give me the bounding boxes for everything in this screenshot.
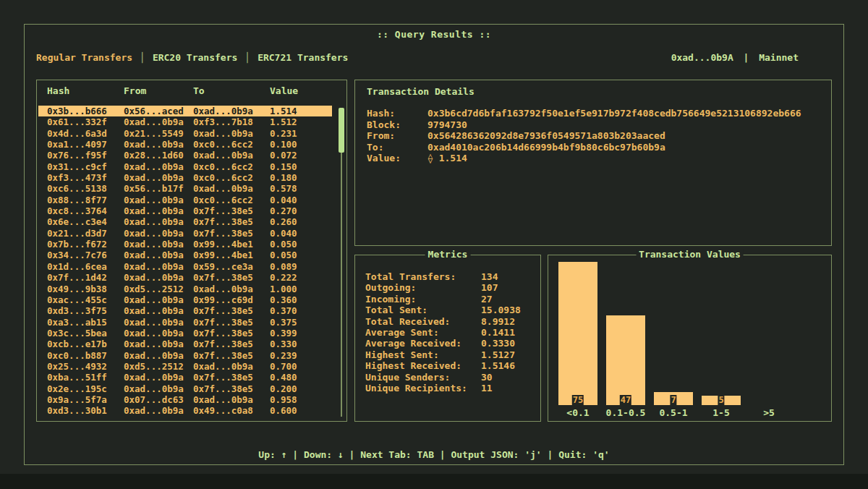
cell-from: 0xad...0b9a [124, 139, 193, 150]
cell-value: 0.700 [270, 361, 332, 372]
cell-from: 0x56...aced [124, 106, 193, 116]
cell-hash: 0x9a...5f7a [47, 394, 124, 405]
transfers-table-header: HashFromToValue [38, 85, 332, 96]
table-row[interactable]: 0x7f...1d420xad...0b9a0x7f...38e50.222 [38, 272, 332, 283]
cell-to: 0x7f...38e5 [193, 339, 270, 349]
cell-to: 0xad...0b9a [193, 394, 270, 405]
cell-to: 0x99...c69d [193, 294, 270, 305]
table-row[interactable]: 0x3b...b6660x56...aced0xad...0b9a1.514 [38, 106, 332, 116]
metric-value: 11 [481, 383, 536, 394]
column-header-from: From [124, 85, 193, 96]
detail-label: Block: [367, 119, 427, 131]
metric-value: 0.3330 [481, 338, 536, 349]
cell-to: 0x7f...38e5 [193, 350, 270, 361]
table-row[interactable]: 0x7b...f6720xad...0b9a0x99...4be10.050 [38, 239, 332, 250]
detail-field: From:0x564286362092d8e7936f0549571a803b2… [367, 130, 825, 142]
cell-hash: 0x7f...1d42 [47, 272, 124, 283]
wallet-network-separator: | [744, 52, 749, 63]
query-results-window: :: Query Results :: Regular Transfers│ER… [24, 24, 844, 465]
cell-to: 0x7f...38e5 [193, 228, 270, 239]
metric-value: 1.5127 [481, 349, 536, 361]
table-row[interactable]: 0x88...8f770xad...0b9a0xc0...6cc20.040 [38, 195, 332, 205]
table-row[interactable]: 0xa3...ab150xad...0b9a0x7f...38e50.375 [38, 317, 332, 328]
table-row[interactable]: 0x76...f95f0x28...1d600xad...0b9a0.072 [38, 150, 332, 161]
cell-value: 0.231 [270, 128, 332, 139]
cell-hash: 0xf3...473f [47, 172, 124, 183]
bar-chart-x-labels: <0.10.1-0.50.5-11-5>5 [554, 407, 793, 418]
cell-to: 0x59...ce3a [193, 261, 270, 272]
bar-value-label: 47 [620, 395, 631, 405]
cell-hash: 0x31...c9cf [47, 161, 124, 172]
cell-from: 0xad...0b9a [124, 216, 193, 227]
detail-value: 0xad4010ac206b14d66999b4bf9b80c6bc97b60b… [427, 142, 825, 153]
detail-field: To:0xad4010ac206b14d66999b4bf9b80c6bc97b… [367, 142, 825, 153]
table-row[interactable]: 0x25...49320xd5...25120xad...0b9a0.700 [38, 361, 332, 372]
tab-separator: │ [244, 52, 250, 63]
cell-value: 0.360 [270, 294, 332, 305]
metrics-title: Metrics [425, 249, 471, 260]
table-row[interactable]: 0xd3...3f750xad...0b9a0x7f...38e50.370 [38, 305, 332, 316]
detail-value: 9794730 [427, 119, 825, 131]
cell-to: 0xc0...6cc2 [193, 161, 270, 172]
bar-slot [745, 261, 793, 405]
metric-value: 1.5146 [481, 360, 536, 372]
table-row[interactable]: 0x31...c9cf0xad...0b9a0xc0...6cc20.150 [38, 161, 332, 172]
cell-to: 0xc0...6cc2 [193, 195, 270, 205]
metric-label: Average Sent: [365, 327, 481, 339]
table-row[interactable]: 0xf3...473f0xad...0b9a0xc0...6cc20.180 [38, 172, 332, 183]
table-row[interactable]: 0x9a...5f7a0x07...dc630xad...0b9a0.958 [38, 394, 332, 405]
table-row[interactable]: 0x3c...5bea0xad...0b9a0x7f...38e50.399 [38, 328, 332, 339]
metrics-panel: Metrics Total Transfers:134Outgoing:107I… [354, 255, 541, 422]
metric-label: Average Received: [365, 338, 481, 349]
cell-value: 0.375 [270, 317, 332, 328]
transaction-values-title: Transaction Values [636, 249, 744, 260]
table-row[interactable]: 0x34...7c760xad...0b9a0x99...4be10.050 [38, 250, 332, 260]
metric-label: Highest Received: [365, 360, 481, 372]
tab-erc20-transfers[interactable]: ERC20 Transfers [153, 52, 237, 63]
tab-regular-transfers[interactable]: Regular Transfers [36, 52, 132, 63]
cell-hash: 0x4d...6a3d [47, 128, 124, 139]
tab-erc721-transfers[interactable]: ERC721 Transfers [258, 52, 348, 63]
metric-label: Total Received: [365, 316, 481, 328]
scrollbar-thumb[interactable] [339, 108, 344, 153]
table-row[interactable]: 0xba...51ff0xad...0b9a0x7f...38e50.480 [38, 372, 332, 383]
cell-to: 0xc0...6cc2 [193, 172, 270, 183]
table-row[interactable]: 0x61...332f0xad...0b9a0xf3...7b181.512 [38, 116, 332, 127]
table-row[interactable]: 0x4d...6a3d0x21...55490xad...0b9a0.231 [38, 128, 332, 139]
screen-bottom-edge [0, 474, 868, 489]
table-row[interactable]: 0xc8...37640xad...0b9a0x7f...38e50.270 [38, 205, 332, 216]
table-row[interactable]: 0xac...455c0xad...0b9a0x99...c69d0.360 [38, 294, 332, 305]
cell-hash: 0x3c...5bea [47, 328, 124, 339]
metric-value: 0.1411 [481, 327, 536, 339]
bar-slot: 75 [554, 261, 602, 405]
bar-slot: 47 [602, 261, 650, 405]
table-row[interactable]: 0x6e...c3e40xad...0b9a0x7f...38e50.260 [38, 216, 332, 227]
tab-separator: │ [140, 52, 145, 63]
table-row[interactable]: 0x49...9b380xd5...25120xad...0b9a1.000 [38, 284, 332, 294]
table-row[interactable]: 0xd3...30b10xad...0b9a0x49...c0a80.600 [38, 405, 332, 416]
cell-to: 0xc0...6cc2 [193, 139, 270, 150]
cell-to: 0x7f...38e5 [193, 305, 270, 316]
table-row[interactable]: 0x1d...6cea0xad...0b9a0x59...ce3a0.089 [38, 261, 332, 272]
table-row[interactable]: 0xc6...51380x56...b17f0xad...0b9a0.578 [38, 183, 332, 194]
cell-from: 0xad...0b9a [124, 161, 193, 172]
cell-hash: 0x3b...b666 [47, 106, 124, 116]
table-row[interactable]: 0x2e...195c0xad...0b9a0x7f...38e50.200 [38, 383, 332, 394]
table-row[interactable]: 0xc0...b8870xad...0b9a0x7f...38e50.239 [38, 350, 332, 361]
metric-item: Unique Senders:30 [365, 372, 536, 383]
cell-from: 0x28...1d60 [124, 150, 193, 161]
column-header-value: Value [270, 85, 332, 96]
metric-item: Total Received:8.9912 [365, 316, 536, 327]
cell-value: 0.040 [270, 195, 332, 205]
table-row[interactable]: 0xa1...40970xad...0b9a0xc0...6cc20.100 [38, 139, 332, 150]
cell-hash: 0x61...332f [47, 116, 124, 127]
cell-to: 0x7f...38e5 [193, 216, 270, 227]
table-row[interactable]: 0xcb...e17b0xad...0b9a0x7f...38e50.330 [38, 339, 332, 349]
cell-from: 0xad...0b9a [124, 172, 193, 183]
scrollbar-track[interactable] [341, 108, 342, 417]
table-row[interactable]: 0x21...d3d70xad...0b9a0x7f...38e50.040 [38, 228, 332, 239]
cell-to: 0xad...0b9a [193, 284, 270, 294]
window-title: :: Query Results :: [25, 29, 843, 40]
cell-from: 0x21...5549 [124, 128, 193, 139]
metric-item: Average Received:0.3330 [365, 338, 536, 349]
